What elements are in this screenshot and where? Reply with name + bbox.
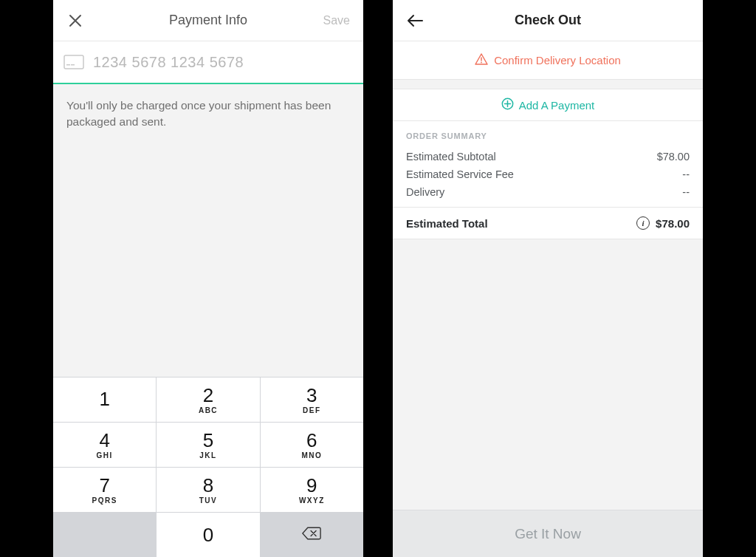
spacer — [53, 131, 363, 377]
get-it-now-button[interactable]: Get It Now — [393, 510, 703, 557]
servicefee-value: -- — [682, 168, 690, 180]
key-1[interactable]: 1 — [53, 377, 156, 422]
subtotal-label: Estimated Subtotal — [406, 151, 496, 163]
key-2[interactable]: 2ABC — [157, 377, 259, 422]
warning-triangle-icon — [475, 53, 488, 67]
card-number-input[interactable] — [93, 54, 353, 71]
back-arrow-icon[interactable] — [406, 12, 424, 30]
add-payment-row[interactable]: Add A Payment — [393, 89, 703, 121]
backspace-key[interactable] — [261, 513, 363, 557]
payment-header: Payment Info Save — [53, 0, 363, 41]
key-6[interactable]: 6MNO — [261, 423, 363, 467]
key-8[interactable]: 8TUV — [157, 468, 259, 512]
subtotal-value: $78.00 — [657, 151, 690, 163]
page-title: Payment Info — [53, 13, 363, 28]
checkout-header: Check Out — [393, 0, 703, 41]
svg-rect-1 — [66, 64, 70, 66]
plus-circle-icon — [501, 98, 514, 112]
subtotal-line: Estimated Subtotal $78.00 — [406, 148, 690, 165]
key-9[interactable]: 9WXYZ — [261, 468, 363, 512]
total-row: Estimated Total i $78.00 — [393, 207, 703, 239]
svg-point-4 — [481, 62, 482, 64]
total-label: Estimated Total — [406, 217, 488, 230]
credit-card-icon — [63, 55, 84, 69]
key-blank — [53, 513, 156, 557]
delivery-label: Delivery — [406, 186, 444, 198]
delivery-value: -- — [682, 186, 690, 198]
servicefee-line: Estimated Service Fee -- — [406, 165, 690, 183]
key-7[interactable]: 7PQRS — [53, 468, 156, 512]
card-input-row[interactable] — [53, 41, 363, 84]
key-5[interactable]: 5JKL — [157, 423, 259, 467]
numeric-keypad: 1 2ABC 3DEF 4GHI 5JKL 6MNO 7PQRS 8TUV 9W… — [53, 377, 363, 557]
add-payment-label: Add A Payment — [519, 99, 595, 112]
backspace-icon — [302, 526, 321, 544]
key-0[interactable]: 0 — [157, 513, 259, 557]
key-4[interactable]: 4GHI — [53, 423, 156, 467]
info-icon[interactable]: i — [636, 216, 650, 230]
save-button[interactable]: Save — [323, 14, 350, 27]
close-icon[interactable] — [66, 12, 84, 30]
key-3[interactable]: 3DEF — [261, 377, 363, 422]
checkout-screen: Check Out Confirm Delivery Location Add … — [393, 0, 703, 557]
page-title: Check Out — [393, 13, 703, 28]
delivery-line: Delivery -- — [406, 183, 690, 201]
summary-heading: ORDER SUMMARY — [406, 131, 690, 140]
total-value: $78.00 — [656, 217, 690, 230]
charge-info-text: You'll only be charged once your shipmen… — [53, 84, 363, 131]
servicefee-label: Estimated Service Fee — [406, 168, 514, 180]
order-summary: ORDER SUMMARY Estimated Subtotal $78.00 … — [393, 121, 703, 207]
confirm-location-label: Confirm Delivery Location — [494, 54, 621, 66]
confirm-location-row[interactable]: Confirm Delivery Location — [393, 41, 703, 80]
svg-rect-2 — [71, 64, 75, 66]
svg-rect-0 — [64, 55, 83, 69]
payment-info-screen: Payment Info Save You'll only be charged… — [53, 0, 363, 557]
